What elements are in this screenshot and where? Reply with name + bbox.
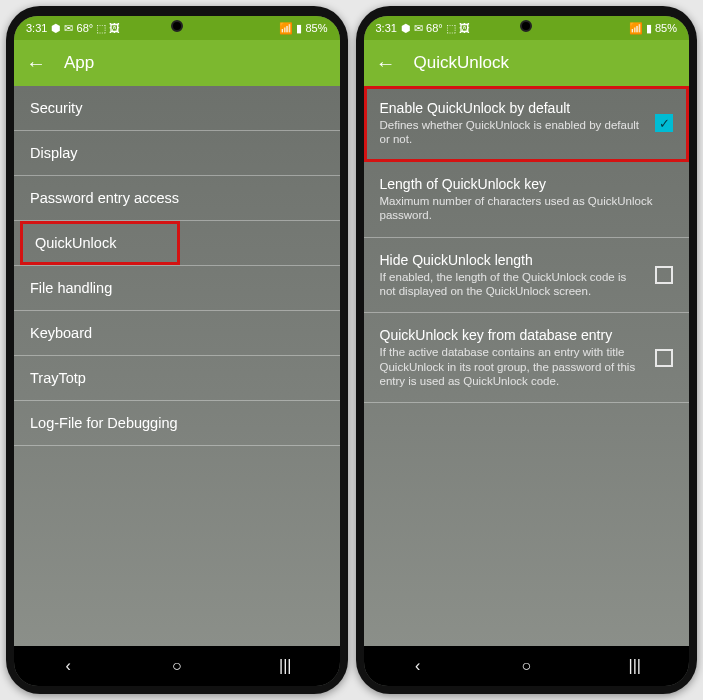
- settings-item-label: Password entry access: [30, 190, 179, 206]
- back-icon[interactable]: ←: [26, 53, 46, 73]
- nav-home-icon[interactable]: ○: [506, 657, 546, 675]
- checkbox[interactable]: [655, 266, 673, 284]
- item-subtitle: If enabled, the length of the QuickUnloc…: [380, 270, 642, 299]
- item-title: Enable QuickUnlock by default: [380, 100, 642, 116]
- nav-back-icon[interactable]: ‹: [48, 657, 88, 675]
- settings-item-keyboard[interactable]: Keyboard: [14, 311, 340, 356]
- front-camera: [171, 20, 183, 32]
- nav-recent-icon[interactable]: |||: [265, 657, 305, 675]
- quickunlock-settings-list: Enable QuickUnlock by defaultDefines whe…: [364, 86, 690, 646]
- phone-right: 3:31 ⬢ ✉ 68° ⬚ 🖼 📶 ▮ 85% ← QuickUnlock E…: [356, 6, 698, 694]
- settings-item-password-entry-access[interactable]: Password entry access: [14, 176, 340, 221]
- item-subtitle: Defines whether QuickUnlock is enabled b…: [380, 118, 642, 147]
- appbar-title: QuickUnlock: [414, 53, 509, 73]
- appbar-title: App: [64, 53, 94, 73]
- settings-item-label: TrayTotp: [30, 370, 86, 386]
- settings-item-traytotp[interactable]: TrayTotp: [14, 356, 340, 401]
- front-camera: [520, 20, 532, 32]
- item-title: Length of QuickUnlock key: [380, 176, 670, 192]
- settings-item-label: Display: [30, 145, 78, 161]
- settings-item-label: Keyboard: [30, 325, 92, 341]
- screen-left: 3:31 ⬢ ✉ 68° ⬚ 🖼 📶 ▮ 85% ← App SecurityD…: [14, 16, 340, 686]
- quickunlock-item-2[interactable]: Hide QuickUnlock lengthIf enabled, the l…: [364, 238, 690, 314]
- nav-bar: ‹ ○ |||: [364, 646, 690, 686]
- nav-home-icon[interactable]: ○: [157, 657, 197, 675]
- nav-recent-icon[interactable]: |||: [615, 657, 655, 675]
- settings-list: SecurityDisplayPassword entry accessQuic…: [14, 86, 340, 646]
- item-subtitle: Maximum number of characters used as Qui…: [380, 194, 670, 223]
- status-right-icons: 📶 ▮ 85%: [279, 22, 327, 35]
- checkbox[interactable]: [655, 349, 673, 367]
- back-icon[interactable]: ←: [376, 53, 396, 73]
- settings-item-display[interactable]: Display: [14, 131, 340, 176]
- quickunlock-item-1[interactable]: Length of QuickUnlock keyMaximum number …: [364, 162, 690, 238]
- status-left-icons: ⬢ ✉ 68° ⬚ 🖼: [401, 22, 470, 35]
- status-right-icons: 📶 ▮ 85%: [629, 22, 677, 35]
- phone-left: 3:31 ⬢ ✉ 68° ⬚ 🖼 📶 ▮ 85% ← App SecurityD…: [6, 6, 348, 694]
- screen-right: 3:31 ⬢ ✉ 68° ⬚ 🖼 📶 ▮ 85% ← QuickUnlock E…: [364, 16, 690, 686]
- status-time: 3:31: [26, 22, 47, 34]
- quickunlock-item-0[interactable]: Enable QuickUnlock by defaultDefines whe…: [364, 86, 690, 162]
- status-left-icons: ⬢ ✉ 68° ⬚ 🖼: [51, 22, 120, 35]
- status-time: 3:31: [376, 22, 397, 34]
- settings-item-file-handling[interactable]: File handling: [14, 266, 340, 311]
- settings-item-log-file-for-debugging[interactable]: Log-File for Debugging: [14, 401, 340, 446]
- nav-bar: ‹ ○ |||: [14, 646, 340, 686]
- settings-item-label: Security: [30, 100, 82, 116]
- app-bar: ← QuickUnlock: [364, 40, 690, 86]
- quickunlock-item-3[interactable]: QuickUnlock key from database entryIf th…: [364, 313, 690, 403]
- settings-item-security[interactable]: Security: [14, 86, 340, 131]
- item-title: Hide QuickUnlock length: [380, 252, 642, 268]
- nav-back-icon[interactable]: ‹: [398, 657, 438, 675]
- settings-item-label: QuickUnlock: [35, 235, 116, 251]
- settings-item-quickunlock[interactable]: QuickUnlock: [14, 221, 340, 266]
- item-subtitle: If the active database contains an entry…: [380, 345, 642, 388]
- checkbox[interactable]: ✓: [655, 114, 673, 132]
- app-bar: ← App: [14, 40, 340, 86]
- settings-item-label: File handling: [30, 280, 112, 296]
- settings-item-label: Log-File for Debugging: [30, 415, 178, 431]
- item-title: QuickUnlock key from database entry: [380, 327, 642, 343]
